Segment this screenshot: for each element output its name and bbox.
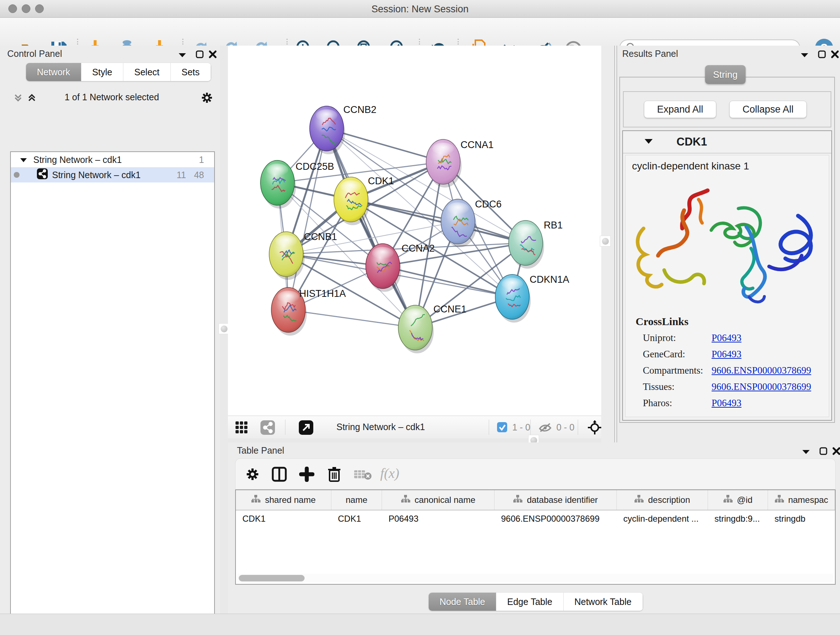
- table-cell[interactable]: CDK1: [332, 510, 382, 527]
- scrollbar-thumb[interactable]: [239, 575, 305, 581]
- network-row[interactable]: String Network – cdk1 11 48: [11, 167, 214, 182]
- network-node-CCNA1[interactable]: CCNA1: [426, 139, 494, 187]
- network-collection-row[interactable]: String Network – cdk1 1: [11, 152, 214, 167]
- table-row[interactable]: CDK1CDK1P064939606.ENSP00000378699cyclin…: [236, 510, 835, 527]
- network-selection-status: 1 of 1 Network selected: [10, 92, 213, 103]
- table-panel-close-icon[interactable]: [832, 447, 840, 457]
- table-cell[interactable]: CDK1: [236, 510, 332, 527]
- delete-column-icon[interactable]: [327, 466, 342, 483]
- control-panel-float-icon[interactable]: [195, 50, 204, 60]
- network-node-RB1[interactable]: RB1: [508, 220, 563, 269]
- control-panel-close-icon[interactable]: [208, 50, 217, 60]
- collapse-all-button[interactable]: Collapse All: [729, 101, 807, 118]
- column-header-name[interactable]: name: [332, 490, 382, 510]
- network-node-CDK1[interactable]: CDK1: [334, 176, 394, 225]
- network-options-gear-icon[interactable]: [201, 92, 213, 105]
- fit-selection-crosshair-icon[interactable]: [587, 420, 602, 436]
- selected-checkbox-icon[interactable]: [497, 422, 507, 434]
- collection-count: 1: [199, 155, 204, 165]
- tab-node-table[interactable]: Node Table: [429, 593, 496, 611]
- crosslink-label: Compartments:: [643, 365, 712, 376]
- center-right-splitter-handle[interactable]: [600, 236, 610, 246]
- hidden-eye-icon: [538, 421, 553, 434]
- crosslink-row: Tissues:9606.ENSP00000378699: [643, 379, 829, 395]
- column-header-namespac[interactable]: namespac: [768, 490, 835, 510]
- left-splitter-handle[interactable]: [219, 324, 229, 334]
- tab-sets[interactable]: Sets: [171, 63, 211, 81]
- node-table[interactable]: shared namenamecanonical namedatabase id…: [235, 489, 836, 585]
- table-cell[interactable]: cyclin-dependent ...: [617, 510, 708, 527]
- column-type-icon: [634, 494, 644, 505]
- crosslink-label: Uniprot:: [643, 333, 712, 344]
- crosslink-link[interactable]: P06493: [712, 397, 742, 409]
- protein-card-header[interactable]: CDK1: [623, 131, 831, 154]
- network-node-HIST1H1A[interactable]: HIST1H1A: [271, 287, 346, 336]
- node-label-CDC6: CDC6: [475, 199, 502, 210]
- column-header-shared-name[interactable]: shared name: [236, 490, 332, 510]
- show-columns-icon[interactable]: [272, 467, 287, 483]
- collection-expander-icon[interactable]: [19, 155, 27, 165]
- tab-string[interactable]: String: [705, 65, 745, 84]
- column-header-description[interactable]: description: [617, 490, 708, 510]
- crosslink-link[interactable]: P06493: [712, 348, 742, 360]
- birds-eye-view-icon[interactable]: [299, 420, 313, 436]
- node-label-RB1: RB1: [544, 220, 563, 231]
- table-cell[interactable]: stringdb: [768, 510, 835, 527]
- network-view-title: String Network – cdk1: [336, 422, 425, 432]
- column-type-icon: [775, 494, 784, 505]
- network-node-CDKN1A[interactable]: CDKN1A: [495, 274, 569, 323]
- column-header-database-identifier[interactable]: database identifier: [494, 490, 617, 510]
- network-node-CCNE1[interactable]: CCNE1: [398, 304, 467, 353]
- table-options-gear-icon[interactable]: [246, 467, 259, 483]
- protein-result-card: CDK1 cyclin-dependent kinase 1: [622, 130, 832, 421]
- network-style-icon[interactable]: [261, 420, 275, 436]
- crosslink-link[interactable]: 9606.ENSP00000378699: [712, 381, 811, 393]
- table-panel-float-icon[interactable]: [819, 447, 828, 457]
- create-column-icon[interactable]: [299, 467, 314, 483]
- tab-select[interactable]: Select: [123, 63, 171, 81]
- column-header-@id[interactable]: @id: [708, 490, 768, 510]
- network-node-count: 11: [177, 170, 186, 180]
- column-header-label: namespac: [788, 495, 829, 505]
- results-panel-close-icon[interactable]: [831, 50, 839, 60]
- network-node-CCNA2[interactable]: CCNA2: [366, 243, 435, 292]
- crosslink-link[interactable]: 9606.ENSP00000378699: [712, 365, 811, 376]
- delete-table-icon: [354, 469, 372, 482]
- table-cell[interactable]: 9606.ENSP00000378699: [494, 510, 617, 527]
- node-label-CCNB1: CCNB1: [304, 231, 337, 242]
- results-panel-title: Results Panel: [622, 49, 678, 59]
- crosslink-link[interactable]: P06493: [712, 333, 742, 344]
- results-panel-float-icon[interactable]: [818, 50, 826, 60]
- tab-network-table[interactable]: Network Table: [564, 593, 643, 611]
- tab-style[interactable]: Style: [81, 63, 124, 81]
- column-header-canonical-name[interactable]: canonical name: [382, 490, 494, 510]
- status-bar: Memory: [0, 614, 840, 635]
- network-node-CDC25B[interactable]: CDC25B: [261, 160, 334, 209]
- column-type-icon: [723, 494, 733, 505]
- network-canvas[interactable]: CCNB2CCNA1CDC25BCDK1CDC6RB1CCNB1CCNA2CDK…: [228, 46, 601, 416]
- crosslink-row: Compartments:9606.ENSP00000378699: [643, 363, 829, 379]
- network-node-CDC6[interactable]: CDC6: [441, 199, 502, 247]
- protein-card-body: cyclin-dependent kinase 1 Cros: [625, 155, 829, 417]
- table-cell[interactable]: P06493: [382, 510, 494, 527]
- main-toolbar: ?: [0, 18, 840, 46]
- collapse-card-icon[interactable]: [644, 138, 653, 146]
- network-edge: [288, 128, 327, 310]
- table-panel-menu-icon[interactable]: [802, 449, 810, 456]
- column-type-icon: [401, 494, 410, 505]
- expand-all-button[interactable]: Expand All: [644, 101, 716, 118]
- control-panel-menu-icon[interactable]: [178, 52, 187, 59]
- network-label: String Network – cdk1: [52, 170, 141, 180]
- column-header-label: canonical name: [415, 495, 475, 505]
- table-cell[interactable]: stringdb:9...: [708, 510, 768, 527]
- collection-label: String Network – cdk1: [33, 155, 122, 165]
- grid-view-icon[interactable]: [235, 421, 248, 435]
- tab-edge-table[interactable]: Edge Table: [496, 593, 564, 611]
- column-header-label: database identifier: [527, 495, 598, 505]
- table-horizontal-scrollbar[interactable]: [237, 574, 834, 583]
- network-list: String Network – cdk1 1 String Network –…: [10, 151, 215, 635]
- column-type-icon: [513, 494, 523, 505]
- results-panel-menu-icon[interactable]: [800, 52, 809, 59]
- network-node-CCNB2[interactable]: CCNB2: [309, 104, 377, 154]
- tab-network[interactable]: Network: [26, 63, 81, 81]
